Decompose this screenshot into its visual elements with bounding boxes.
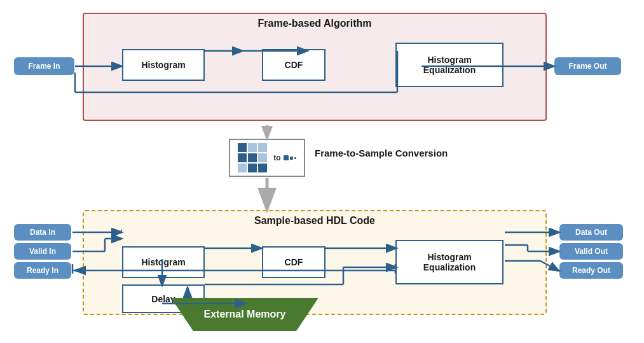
- valid-out-pill: Valid Out: [559, 243, 623, 260]
- data-out-pill: Data Out: [559, 224, 623, 241]
- diagram: Frame-based Algorithm Histogram CDF Hist…: [0, 0, 644, 343]
- conversion-label: Frame-to-Sample Conversion: [315, 148, 448, 158]
- frame-in-pill: Frame In: [14, 57, 74, 75]
- ready-out-pill: Ready Out: [559, 262, 623, 279]
- frame-based-container: Frame-based Algorithm Histogram CDF Hist…: [83, 13, 547, 121]
- cdf-top-box: CDF: [262, 49, 325, 81]
- valid-in-pill: Valid In: [14, 243, 71, 260]
- heq-top-box: Histogram Equalization: [395, 43, 504, 87]
- data-in-pill: Data In: [14, 224, 71, 241]
- frame-out-pill: Frame Out: [554, 57, 621, 75]
- heq-bot-box: Histogram Equalization: [395, 240, 504, 284]
- histogram-bot-box: Histogram: [122, 246, 205, 278]
- frame-based-title: Frame-based Algorithm: [84, 18, 545, 29]
- external-memory: External Memory: [171, 298, 319, 331]
- ready-in-pill: Ready In: [14, 262, 71, 279]
- sample-based-title: Sample-based HDL Code: [84, 215, 545, 227]
- histogram-top-box: Histogram: [122, 49, 205, 81]
- cdf-bot-box: CDF: [262, 246, 325, 278]
- to-label: to: [273, 153, 280, 162]
- conversion-icon: to: [229, 139, 305, 177]
